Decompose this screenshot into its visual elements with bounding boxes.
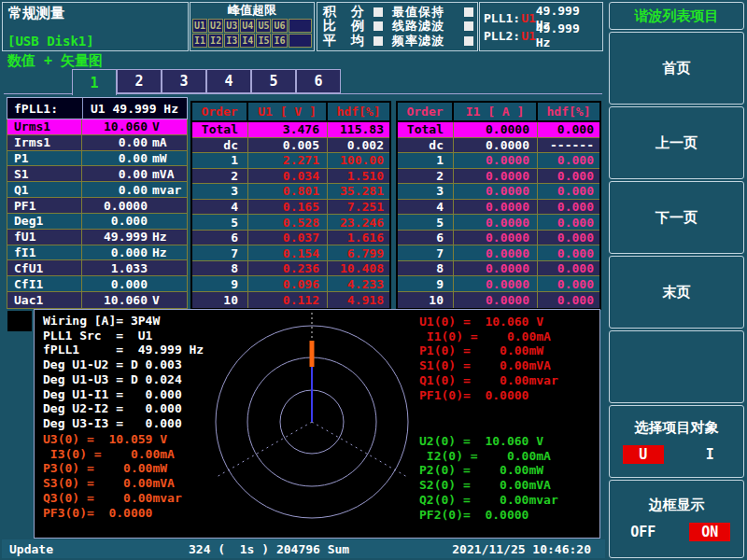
tab-page-4[interactable]: 4 xyxy=(206,69,251,93)
indicator-square xyxy=(464,21,473,31)
harmonic-order: 8 xyxy=(192,261,248,276)
harmonic-order: 10 xyxy=(192,292,248,308)
peak-cell-u4: U4 xyxy=(240,19,255,33)
readout-line: S2(0) = 0.00mVA xyxy=(419,478,558,493)
vector-axis-right xyxy=(312,422,407,477)
harmonic-hdf: 1.510 xyxy=(328,169,389,184)
harmonic-value: 0.528 xyxy=(248,215,328,230)
pll-source: U1 xyxy=(521,29,536,43)
harmonic-row: 40.1657.251 xyxy=(192,200,389,216)
harmonic-hdf: 10.408 xyxy=(328,261,389,276)
phase2-readout-block: U2(0) = 10.060 V I2(0) = 0.00mAP2(0) = 0… xyxy=(419,434,558,522)
readout-line: Deg U3-I3 = 0.000 xyxy=(43,416,204,431)
peak-cell-u3: U3 xyxy=(224,19,239,33)
border-display-on[interactable]: ON xyxy=(689,523,730,541)
peak-u-row: U1U2U3U4U5U6 xyxy=(192,19,312,33)
tab-page-5[interactable]: 5 xyxy=(251,69,296,93)
harmonic-hdf: 0.000 xyxy=(538,245,599,260)
harmonic-order: 2 xyxy=(192,169,248,184)
harmonic-value: 0.0000 xyxy=(454,245,538,260)
harmonic-hdf: 4.233 xyxy=(328,276,389,291)
page-title: 常规测量 xyxy=(8,5,64,22)
harmonic-value: 0.0000 xyxy=(454,122,538,137)
harmonic-row: 100.1124.918 xyxy=(192,292,389,308)
harmonic-order: 2 xyxy=(398,169,454,184)
harmonic-hdf: 115.83 xyxy=(328,122,389,137)
harmonic-value: 0.005 xyxy=(248,138,328,153)
harmonic-order: 7 xyxy=(398,245,454,260)
status-bar: Update 324 ( 1s ) 204796 Sum 2021/11/25 … xyxy=(2,539,605,558)
peak-cell-i3: I3 xyxy=(224,34,239,48)
measure-label: Irms1 xyxy=(7,135,82,150)
harmonic-order: 5 xyxy=(398,215,454,230)
harmonic-value: 3.476 xyxy=(248,122,328,137)
harmonic-order: Total xyxy=(192,122,248,137)
value-header: U1 [ V ] xyxy=(248,103,328,120)
readout-line: PF3(0)= 0.0000 xyxy=(43,506,182,521)
measure-value: 0.000 xyxy=(82,214,148,228)
harmonic-value: 0.0000 xyxy=(454,261,538,276)
select-object-u[interactable]: U xyxy=(623,445,664,464)
harmonic-hdf: 0.000 xyxy=(538,122,599,137)
harmonic-value: 0.0000 xyxy=(454,153,538,168)
border-display-off[interactable]: OFF xyxy=(623,523,664,541)
sidebar-button-下一页[interactable]: 下一页 xyxy=(609,181,744,254)
harmonic-row: 90.00000.000 xyxy=(398,276,599,292)
harmonic-order: 3 xyxy=(398,184,454,199)
readout-line: Q1(0) = 0.00mvar xyxy=(419,373,558,388)
readout-line: I2(0) = 0.00mA xyxy=(419,449,558,464)
harmonic-value: 0.0000 xyxy=(454,215,538,230)
readout-line: U2(0) = 10.060 V xyxy=(419,434,558,449)
harmonic-hdf: 1.616 xyxy=(328,231,389,245)
sidebar-button-上一页[interactable]: 上一页 xyxy=(609,106,744,179)
tab-page-1[interactable]: 1 xyxy=(72,69,117,95)
harmonic-order: 6 xyxy=(398,231,454,245)
order-header: Order xyxy=(398,103,454,120)
tab-page-6[interactable]: 6 xyxy=(296,69,341,93)
readout-line: Deg U1-I1 = 0.000 xyxy=(43,387,204,402)
measure-unit: mA xyxy=(148,135,187,149)
measure-row: PF10.0000 xyxy=(7,198,187,214)
datetime: 2021/11/25 10:46:20 xyxy=(452,542,591,556)
phase3-readout-block: U3(0) = 10.059 V I3(0) = 0.00mAP3(0) = 0… xyxy=(43,432,182,520)
readout-line: fPLL1 = 49.999 Hz xyxy=(43,343,204,357)
fpll1-source: U1 xyxy=(83,102,106,116)
measure-row: CfI10.000 xyxy=(7,276,187,292)
harmonic-hdf: 0.000 xyxy=(538,292,599,308)
measure-label: CfU1 xyxy=(7,260,82,275)
measure-unit: Hz xyxy=(148,245,187,259)
tab-page-2[interactable]: 2 xyxy=(117,69,162,93)
harmonic-value: 0.0000 xyxy=(454,231,538,245)
peak-cell-empty xyxy=(289,19,312,33)
harmonic-row: 80.23610.408 xyxy=(192,261,389,277)
measure-label: S1 xyxy=(7,166,82,181)
harmonic-value: 0.236 xyxy=(248,261,328,276)
harmonic-hdf: 7.251 xyxy=(328,200,389,215)
measure-value: 0.00 xyxy=(82,167,148,181)
view-subtitle: 数值 + 矢量图 xyxy=(7,52,103,70)
select-item-object-section: 选择项目对象 UI xyxy=(609,405,744,478)
measurement-rows: Urms110.060VIrms10.00mAP10.00mWS10.00mVA… xyxy=(7,119,188,309)
measure-unit: V xyxy=(148,293,187,307)
harmonic-row: 12.271100.00 xyxy=(192,153,389,169)
harmonic-hdf: 0.000 xyxy=(538,215,599,230)
measure-value: 49.999 xyxy=(82,230,148,244)
tab-page-3[interactable]: 3 xyxy=(162,69,206,93)
harmonic-value: 0.154 xyxy=(248,245,328,260)
harmonic-order: 10 xyxy=(398,292,454,308)
update-counter: 324 ( 1s ) 204796 Sum xyxy=(189,542,349,556)
measure-label: Q1 xyxy=(7,182,82,197)
select-object-i[interactable]: I xyxy=(689,445,730,464)
readout-line: Deg U1-U2 = D 0.003 xyxy=(43,357,204,372)
measure-value: 0.00 xyxy=(82,183,148,197)
measure-unit: Hz xyxy=(148,230,187,244)
page-tabs: 123456 xyxy=(72,69,341,95)
sidebar-button-首页[interactable]: 首页 xyxy=(609,32,744,105)
sidebar-button-末页[interactable]: 末页 xyxy=(609,256,744,329)
harmonic-hdf: 0.000 xyxy=(538,276,599,291)
i1-harmonics-table: OrderI1 [ A ]hdf[%]Total0.00000.000dc0.0… xyxy=(396,101,601,310)
measure-unit: mVA xyxy=(148,167,187,181)
measure-row: Uac110.060V xyxy=(7,292,187,308)
readout-line: PF2(0)= 0.0000 xyxy=(419,508,558,523)
mode-panel: 常规测量 [USB Disk1] xyxy=(2,2,189,51)
